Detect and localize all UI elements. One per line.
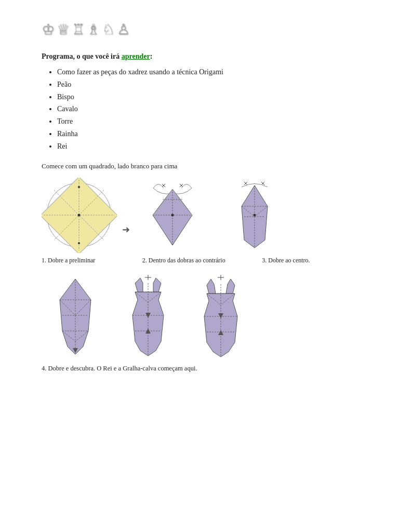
diagram-3 <box>216 178 294 253</box>
list-item: Como fazer as peças do xadrez usando a t… <box>57 66 357 78</box>
list-item: Cavalo <box>57 103 357 115</box>
chess-king-icon: ♔ <box>42 21 55 38</box>
program-title-suffix: : <box>150 52 153 60</box>
svg-point-16 <box>171 214 174 216</box>
list-item: Rei <box>57 140 357 153</box>
start-text: Comece com um quadrado, lado branco para… <box>42 162 357 170</box>
list-item: Rainha <box>57 128 357 140</box>
program-title: Programa, o que você irá aprender: <box>42 52 357 61</box>
list-item: Peão <box>57 78 357 91</box>
step-text-2: Dentro das dobras ao contrário <box>149 257 225 264</box>
list-item: Torre <box>57 115 357 128</box>
step-text-1: Dobre a preliminar <box>48 257 95 264</box>
step-label-3: 3. Dobre ao centro. <box>262 256 357 265</box>
chess-pawn-icon: ♙ <box>117 21 130 38</box>
chess-rook-icon: ♖ <box>72 21 85 38</box>
diagram-4 <box>42 274 109 357</box>
step-number-1: 1. <box>42 257 46 264</box>
step-label-4: 4. Dobre e descubra. O Rei e a Gralha-ca… <box>42 365 357 373</box>
step-label-1: 1. Dobre a preliminar <box>42 256 137 265</box>
svg-point-8 <box>78 242 80 244</box>
program-list: Como fazer as peças do xadrez usando a t… <box>57 66 357 153</box>
chess-queen-icon: ♕ <box>57 21 70 38</box>
chess-knight-icon: ♘ <box>102 21 115 38</box>
diagram-6 <box>187 274 255 360</box>
svg-point-7 <box>78 186 80 188</box>
diagrams-row-2 <box>42 274 357 360</box>
aprender-link[interactable]: aprender <box>122 52 150 60</box>
diagram-1 <box>42 178 117 253</box>
chess-bishop-icon: ♗ <box>87 21 100 38</box>
step-number-2: 2. <box>142 257 147 264</box>
arrow-icon-1: ➜ <box>122 224 130 235</box>
list-item: Bispo <box>57 91 357 103</box>
step-number-4: 4. <box>42 365 46 372</box>
diagrams-row-1: ➜ <box>42 178 357 253</box>
step-number-3: 3. <box>262 257 267 264</box>
step-labels-1: 1. Dobre a preliminar 2. Dentro das dobr… <box>42 256 357 265</box>
program-title-text: Programa, o que você irá <box>42 52 122 60</box>
step-text-4: Dobre e descubra. O Rei e a Gralha-calva… <box>48 365 197 372</box>
chess-icons-row: ♔ ♕ ♖ ♗ ♘ ♙ <box>42 21 357 38</box>
svg-point-24 <box>254 214 256 216</box>
step-label-2: 2. Dentro das dobras ao contrário <box>142 256 257 265</box>
svg-point-6 <box>78 214 81 216</box>
step-text-3: Dobre ao centro. <box>268 257 310 264</box>
diagram-5 <box>114 274 182 360</box>
diagram-2 <box>135 178 210 253</box>
